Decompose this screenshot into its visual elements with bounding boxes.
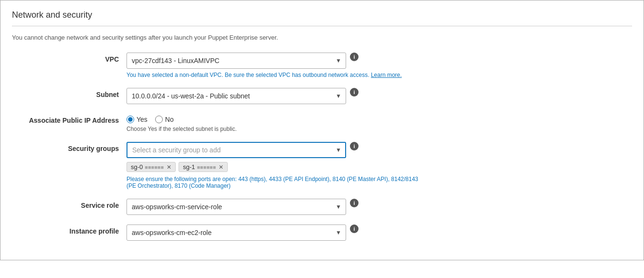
subnet-row: Subnet 10.0.0.0/24 - us-west-2a - Public… bbox=[12, 88, 537, 104]
vpc-label: VPC bbox=[12, 53, 127, 63]
selected-security-groups: sg-0■■■■■■ ✕ sg-1■■■■■■ ✕ bbox=[127, 162, 422, 172]
security-groups-select-wrapper: Select a security group to add ▼ bbox=[127, 142, 346, 158]
public-ip-hint: Choose Yes if the selected subnet is pub… bbox=[127, 126, 422, 132]
section-divider bbox=[12, 26, 632, 26]
vpc-input-group: vpc-27cdf143 - LinuxAMIVPC ▼ i bbox=[127, 53, 422, 69]
instance-profile-row: Instance profile aws-opsworks-cm-ec2-rol… bbox=[12, 225, 537, 241]
security-groups-row: Security groups Select a security group … bbox=[12, 142, 537, 189]
instance-profile-control-wrap: aws-opsworks-cm-ec2-role ▼ i bbox=[127, 225, 422, 241]
subnet-info-icon[interactable]: i bbox=[350, 88, 359, 96]
security-group-tag-1: sg-1■■■■■■ ✕ bbox=[179, 162, 228, 172]
public-ip-no-radio[interactable] bbox=[155, 116, 163, 123]
vpc-info-icon[interactable]: i bbox=[350, 53, 359, 61]
service-role-select-wrapper: aws-opsworks-cm-service-role ▼ bbox=[127, 199, 346, 215]
page-container: Network and security You cannot change n… bbox=[0, 0, 644, 260]
instance-profile-info-icon[interactable]: i bbox=[350, 225, 359, 233]
service-role-label: Service role bbox=[12, 199, 127, 209]
vpc-control-wrap: vpc-27cdf143 - LinuxAMIVPC ▼ i You have … bbox=[127, 53, 422, 78]
page-title: Network and security bbox=[12, 10, 632, 20]
form-section: VPC vpc-27cdf143 - LinuxAMIVPC ▼ i You h… bbox=[12, 53, 537, 241]
vpc-help-message: You have selected a non-default VPC. Be … bbox=[127, 72, 370, 78]
instance-profile-label: Instance profile bbox=[12, 225, 127, 235]
security-group-tag-0: sg-0■■■■■■ ✕ bbox=[127, 162, 176, 172]
vpc-row: VPC vpc-27cdf143 - LinuxAMIVPC ▼ i You h… bbox=[12, 53, 537, 78]
security-group-tag-0-remove[interactable]: ✕ bbox=[167, 164, 171, 170]
public-ip-yes-label: Yes bbox=[137, 116, 148, 123]
vpc-help-text: You have selected a non-default VPC. Be … bbox=[127, 72, 422, 78]
security-groups-info-icon[interactable]: i bbox=[350, 142, 359, 150]
instance-profile-select[interactable]: aws-opsworks-cm-ec2-role bbox=[127, 225, 346, 241]
service-role-input-group: aws-opsworks-cm-service-role ▼ i bbox=[127, 199, 422, 215]
subnet-select-wrapper: 10.0.0.0/24 - us-west-2a - Public subnet… bbox=[127, 88, 346, 104]
public-ip-radio-group: Yes No bbox=[127, 114, 422, 123]
subnet-select[interactable]: 10.0.0.0/24 - us-west-2a - Public subnet bbox=[127, 88, 346, 104]
instance-profile-input-group: aws-opsworks-cm-ec2-role ▼ i bbox=[127, 225, 422, 241]
public-ip-no-option[interactable]: No bbox=[155, 116, 174, 123]
security-groups-select[interactable]: Select a security group to add bbox=[127, 142, 346, 158]
ports-text: Please ensure the following ports are op… bbox=[127, 176, 422, 189]
public-ip-label: Associate Public IP Address bbox=[12, 114, 127, 124]
subnet-label: Subnet bbox=[12, 88, 127, 98]
public-ip-yes-option[interactable]: Yes bbox=[127, 116, 148, 123]
security-group-tag-1-remove[interactable]: ✕ bbox=[219, 164, 223, 170]
public-ip-no-label: No bbox=[165, 116, 174, 123]
security-groups-control-wrap: Select a security group to add ▼ i sg-0■… bbox=[127, 142, 422, 189]
security-group-tag-0-label: sg-0■■■■■■ bbox=[131, 163, 164, 171]
subnet-input-group: 10.0.0.0/24 - us-west-2a - Public subnet… bbox=[127, 88, 422, 104]
service-role-select[interactable]: aws-opsworks-cm-service-role bbox=[127, 199, 346, 215]
instance-profile-select-wrapper: aws-opsworks-cm-ec2-role ▼ bbox=[127, 225, 346, 241]
service-role-control-wrap: aws-opsworks-cm-service-role ▼ i bbox=[127, 199, 422, 215]
security-groups-input-group: Select a security group to add ▼ i bbox=[127, 142, 422, 158]
subnet-control-wrap: 10.0.0.0/24 - us-west-2a - Public subnet… bbox=[127, 88, 422, 104]
vpc-select-wrapper: vpc-27cdf143 - LinuxAMIVPC ▼ bbox=[127, 53, 346, 69]
vpc-select[interactable]: vpc-27cdf143 - LinuxAMIVPC bbox=[127, 53, 346, 69]
public-ip-control-wrap: Yes No Choose Yes if the selected subnet… bbox=[127, 114, 422, 132]
service-role-info-icon[interactable]: i bbox=[350, 199, 359, 207]
public-ip-yes-radio[interactable] bbox=[127, 116, 134, 123]
vpc-learn-more-link[interactable]: Learn more. bbox=[371, 72, 402, 78]
security-groups-label: Security groups bbox=[12, 142, 127, 152]
service-role-row: Service role aws-opsworks-cm-service-rol… bbox=[12, 199, 537, 215]
public-ip-row: Associate Public IP Address Yes No Choos… bbox=[12, 114, 537, 132]
security-group-tag-1-label: sg-1■■■■■■ bbox=[183, 163, 216, 171]
warning-text: You cannot change network and security s… bbox=[12, 34, 632, 41]
